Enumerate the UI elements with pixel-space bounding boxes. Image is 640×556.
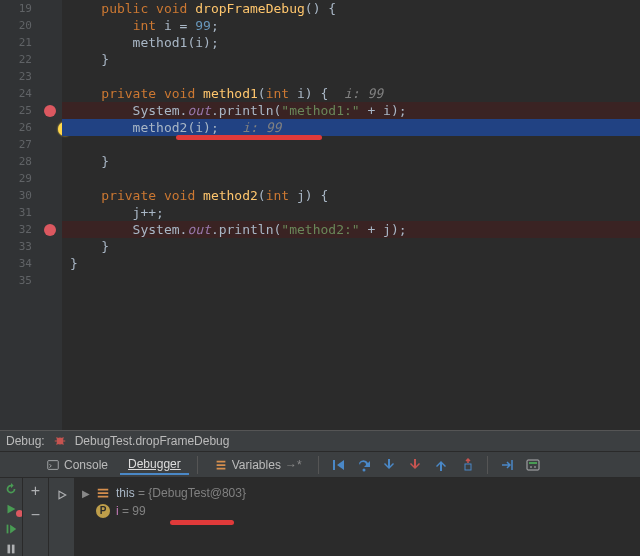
step-into-button[interactable] xyxy=(379,454,401,476)
variables-panel: + − ▶ this = {DebugTest@803} P i = 99 xyxy=(0,478,640,556)
drop-frame-button[interactable] xyxy=(457,454,479,476)
list-icon xyxy=(214,458,228,472)
debug-toolwindow-header: Debug: DebugTest.dropFrameDebug xyxy=(0,430,640,452)
variable-row-i[interactable]: P i = 99 xyxy=(82,502,640,520)
pause-button[interactable] xyxy=(0,542,22,556)
var-this-name: this xyxy=(116,486,135,500)
svg-rect-7 xyxy=(8,545,11,554)
annotation-underline xyxy=(176,135,322,140)
tab-console-label: Console xyxy=(64,458,108,472)
toolbar-separator xyxy=(318,456,319,474)
line-number-gutter: 1920212223242526272829303132333435 xyxy=(0,0,38,430)
variables-tree[interactable]: ▶ this = {DebugTest@803} P i = 99 xyxy=(74,478,640,556)
code-editor[interactable]: 1920212223242526272829303132333435 publi… xyxy=(0,0,640,430)
remove-watch-button[interactable]: − xyxy=(31,506,40,524)
svg-rect-1 xyxy=(48,460,59,469)
debug-tabs-row: Console Debugger Variables →* xyxy=(0,452,640,478)
pin-icon: →* xyxy=(285,458,302,472)
tab-console[interactable]: Console xyxy=(38,456,116,474)
tab-separator xyxy=(197,456,198,474)
var-i-value: = 99 xyxy=(119,504,146,518)
object-icon xyxy=(96,486,110,500)
code-area[interactable]: public void dropFrameDebug() { int i = 9… xyxy=(62,0,640,289)
new-watch-button[interactable]: + xyxy=(31,482,40,500)
svg-rect-4 xyxy=(527,460,539,470)
console-icon xyxy=(46,458,60,472)
debug-side-actions xyxy=(0,478,22,556)
bug-icon xyxy=(53,434,67,448)
tab-variables[interactable]: Variables →* xyxy=(206,456,310,474)
resume-program-button[interactable] xyxy=(0,522,22,536)
show-execution-point-button[interactable] xyxy=(327,454,349,476)
variables-side-actions-2 xyxy=(48,478,74,556)
tab-debugger-label: Debugger xyxy=(128,457,181,471)
evaluate-expression-button[interactable] xyxy=(522,454,544,476)
variables-side-actions: + − xyxy=(22,478,48,556)
tab-debugger[interactable]: Debugger xyxy=(120,455,189,475)
play-icon[interactable] xyxy=(51,484,73,506)
rerun-button[interactable] xyxy=(0,482,22,496)
tab-variables-label: Variables xyxy=(232,458,281,472)
breakpoint-icon[interactable] xyxy=(44,224,56,236)
debug-context: DebugTest.dropFrameDebug xyxy=(75,434,230,448)
annotation-underline xyxy=(170,520,234,525)
breakpoint-gutter[interactable] xyxy=(38,0,62,430)
step-over-button[interactable] xyxy=(353,454,375,476)
svg-rect-8 xyxy=(12,545,15,554)
var-this-value: = {DebugTest@803} xyxy=(135,486,246,500)
svg-rect-3 xyxy=(465,464,471,470)
force-step-into-button[interactable] xyxy=(405,454,427,476)
expand-icon[interactable]: ▶ xyxy=(82,488,90,499)
breakpoint-icon[interactable] xyxy=(44,105,56,117)
svg-point-2 xyxy=(362,468,365,471)
primitive-icon: P xyxy=(96,504,110,518)
resume-button-alt[interactable] xyxy=(0,502,22,516)
run-to-cursor-button[interactable] xyxy=(496,454,518,476)
svg-rect-6 xyxy=(7,525,9,534)
toolbar-separator xyxy=(487,456,488,474)
svg-rect-5 xyxy=(529,462,537,464)
variable-row-this[interactable]: ▶ this = {DebugTest@803} xyxy=(82,484,640,502)
step-out-button[interactable] xyxy=(431,454,453,476)
debug-label: Debug: xyxy=(6,434,45,448)
